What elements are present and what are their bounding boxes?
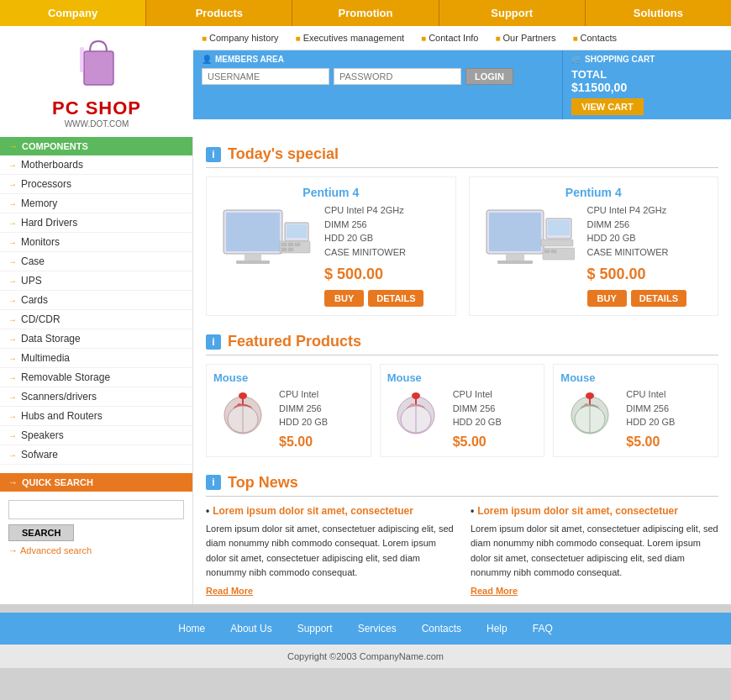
nav-products[interactable]: Products bbox=[146, 0, 292, 26]
product-price-1: $ 500.00 bbox=[324, 266, 423, 283]
featured-desc-3: CPU Intel DIMM 256 HDD 20 GB $5.00 bbox=[626, 387, 675, 450]
subnav-executives[interactable]: ■ Executives management bbox=[296, 33, 405, 43]
featured-price-2: $5.00 bbox=[453, 434, 502, 450]
subnav-company-history[interactable]: ■ Company history bbox=[202, 33, 279, 43]
footer-item-about[interactable]: About Us bbox=[230, 623, 271, 634]
sidebar-item-hard-drivers[interactable]: → Hard Drivers bbox=[0, 213, 192, 233]
svg-rect-10 bbox=[288, 243, 293, 246]
footer-item-contacts[interactable]: Contacts bbox=[422, 623, 461, 634]
news-item-1: • Lorem ipsum dolor sit amet, consectetu… bbox=[206, 505, 454, 596]
arrow-icon: → bbox=[8, 199, 17, 208]
sidebar-item-hubs-routers[interactable]: → Hubs and Routers bbox=[0, 407, 192, 426]
arrow-icon: → bbox=[8, 334, 17, 344]
password-input[interactable] bbox=[334, 68, 461, 85]
read-more-1[interactable]: Read More bbox=[206, 586, 454, 596]
top-news-header: i Top News bbox=[206, 474, 718, 497]
news-body-2: Lorem ipsum dolor sit amet, consectetuer… bbox=[471, 522, 718, 581]
buy-button-2[interactable]: BUY bbox=[587, 290, 627, 307]
sidebar-item-scanners-drivers[interactable]: → Scanners/drivers bbox=[0, 387, 192, 407]
svg-rect-17 bbox=[497, 261, 533, 264]
footer-item-help[interactable]: Help bbox=[486, 623, 507, 634]
sidebar-item-multimedia[interactable]: → Multimedia bbox=[0, 349, 192, 368]
arrow-icon: → bbox=[8, 373, 17, 382]
nav-solutions[interactable]: Solutions bbox=[586, 0, 731, 26]
arrow-icon: → bbox=[8, 141, 18, 151]
featured-name-1: Mouse bbox=[213, 371, 248, 384]
main-content: i Today's special Pentium 4 bbox=[193, 137, 731, 604]
buy-button-1[interactable]: BUY bbox=[324, 290, 364, 307]
bullet-icon: ■ bbox=[296, 34, 301, 43]
sidebar-item-data-storage[interactable]: → Data Storage bbox=[0, 329, 192, 349]
nav-promotion[interactable]: Promotion bbox=[292, 0, 439, 26]
sidebar-item-ups[interactable]: → UPS bbox=[0, 271, 192, 291]
sidebar-item-cards[interactable]: → Cards bbox=[0, 291, 192, 310]
sidebar-item-cdcdr[interactable]: → CD/CDR bbox=[0, 310, 192, 329]
featured-image-1 bbox=[213, 387, 272, 438]
top-navigation: Company Products Promotion Support Solut… bbox=[0, 0, 731, 26]
svg-rect-16 bbox=[506, 254, 524, 261]
svg-rect-22 bbox=[544, 250, 550, 253]
news-body-1: Lorem ipsum dolor sit amet, consectetuer… bbox=[206, 522, 454, 581]
product-image-2 bbox=[478, 203, 579, 279]
footer-copyright: Copyright ©2003 CompanyName.com bbox=[0, 645, 731, 668]
product-card-2: Pentium 4 bbox=[469, 176, 719, 316]
nav-company[interactable]: Company bbox=[0, 0, 146, 26]
featured-desc-2: CPU Intel DIMM 256 HDD 20 GB $5.00 bbox=[453, 387, 502, 450]
sidebar-item-processors[interactable]: → Processors bbox=[0, 175, 192, 194]
sidebar-item-memory[interactable]: → Memory bbox=[0, 194, 192, 213]
bullet-icon: • bbox=[206, 505, 209, 517]
svg-rect-13 bbox=[288, 248, 293, 251]
footer-item-services[interactable]: Services bbox=[358, 623, 397, 634]
cart-label: 🛒 SHOPPING CART bbox=[571, 55, 655, 64]
svg-rect-11 bbox=[295, 243, 300, 246]
featured-products-list: Mouse bbox=[206, 364, 718, 457]
product-info-2: CPU Intel P4 2GHz DIMM 256 HDD 20 GB CAS… bbox=[587, 203, 686, 307]
featured-image-2 bbox=[387, 387, 446, 438]
featured-card-inner-1: CPU Intel DIMM 256 HDD 20 GB $5.00 bbox=[213, 387, 328, 450]
view-cart-button[interactable]: VIEW CART bbox=[571, 98, 644, 115]
product-info-1: CPU Intel P4 2GHz DIMM 256 HDD 20 GB CAS… bbox=[324, 203, 423, 307]
product-actions-1: BUY DETAILS bbox=[324, 290, 423, 307]
sidebar-item-case[interactable]: → Case bbox=[0, 252, 192, 271]
svg-rect-19 bbox=[548, 220, 570, 235]
featured-price-1: $5.00 bbox=[279, 434, 328, 450]
cart-icon: 🛒 bbox=[571, 55, 581, 64]
product-desc-2: CPU Intel P4 2GHz DIMM 256 HDD 20 GB CAS… bbox=[587, 203, 686, 259]
product-actions-2: BUY DETAILS bbox=[587, 290, 686, 307]
sidebar-item-monitors[interactable]: → Monitors bbox=[0, 233, 192, 252]
subnav-contact-info[interactable]: ■ Contact Info bbox=[421, 33, 478, 43]
product-image-1 bbox=[215, 203, 316, 279]
advanced-search-link[interactable]: → Advanced search bbox=[8, 545, 184, 555]
svg-point-42 bbox=[586, 392, 594, 399]
info-icon-news: i bbox=[206, 475, 221, 490]
sidebar-item-speakers[interactable]: → Speakers bbox=[0, 426, 192, 445]
sidebar-item-sofware[interactable]: → Sofware bbox=[0, 445, 192, 465]
svg-rect-7 bbox=[287, 224, 307, 238]
search-input[interactable] bbox=[8, 500, 184, 519]
svg-rect-1 bbox=[80, 47, 84, 72]
sidebar-item-motherboards[interactable]: → Motherboards bbox=[0, 155, 192, 175]
read-more-2[interactable]: Read More bbox=[471, 586, 718, 596]
svg-rect-5 bbox=[236, 261, 270, 264]
logo-text: PC SHOP bbox=[52, 97, 141, 119]
details-button-2[interactable]: DETAILS bbox=[631, 290, 686, 307]
info-icon-featured: i bbox=[206, 334, 221, 350]
sidebar-item-removable-storage[interactable]: → Removable Storage bbox=[0, 368, 192, 387]
info-icon: i bbox=[206, 147, 221, 162]
nav-support[interactable]: Support bbox=[439, 0, 586, 26]
details-button-1[interactable]: DETAILS bbox=[368, 290, 423, 307]
subnav-contacts[interactable]: ■ Contacts bbox=[572, 33, 616, 43]
footer-item-faq[interactable]: FAQ bbox=[533, 623, 553, 634]
username-input[interactable] bbox=[202, 68, 329, 85]
footer-item-support[interactable]: Support bbox=[297, 623, 333, 634]
subnav-our-partners[interactable]: ■ Our Partners bbox=[495, 33, 555, 43]
svg-rect-20 bbox=[541, 239, 573, 246]
arrow-icon: → bbox=[8, 218, 17, 228]
footer-item-home[interactable]: Home bbox=[178, 623, 205, 634]
featured-title: Featured Products bbox=[228, 333, 361, 350]
svg-rect-4 bbox=[245, 254, 261, 261]
login-button[interactable]: LOGIN bbox=[465, 68, 513, 85]
todays-special-products: Pentium 4 bbox=[206, 176, 718, 316]
product-name-1: Pentium 4 bbox=[215, 186, 447, 199]
search-button[interactable]: SEARCH bbox=[8, 524, 74, 541]
